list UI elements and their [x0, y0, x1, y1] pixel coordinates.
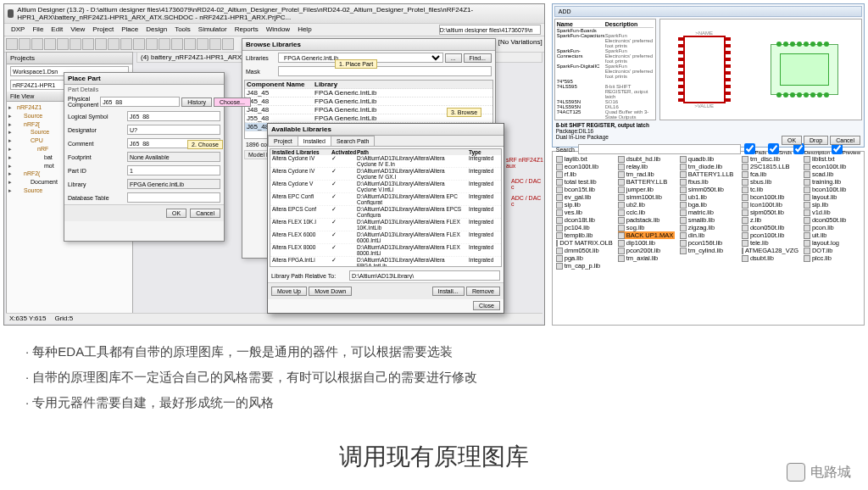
logic-input[interactable] — [127, 111, 220, 121]
tab-project[interactable]: Project — [268, 136, 298, 146]
tree-row[interactable]: SparkFun-ConnectorsSparkFun Electronics'… — [557, 48, 654, 64]
file-item[interactable]: plcc.lib — [804, 254, 860, 262]
file-item[interactable]: sipm050t.lib — [742, 209, 798, 216]
file-item[interactable]: matric.lib — [680, 209, 737, 216]
db-input[interactable] — [127, 192, 220, 203]
file-item[interactable]: ub1.lib — [680, 193, 737, 201]
smds-check[interactable] — [768, 143, 779, 154]
install-button[interactable]: Install... — [432, 287, 465, 296]
file-item[interactable]: sip.llb — [804, 201, 860, 209]
pads-check[interactable] — [744, 143, 755, 154]
lib-row[interactable]: Altera EPCS Conf✓D:\Altium\AD13\Library\… — [270, 206, 501, 219]
list-row[interactable]: J48_45FPGA Generic.IntLib — [245, 89, 492, 97]
file-item[interactable]: bga.lib — [680, 201, 737, 209]
file-item[interactable]: dcon050t.llb — [742, 224, 798, 231]
file-item[interactable]: z.lib — [742, 216, 798, 224]
file-item[interactable]: simm100t.lib — [618, 193, 675, 201]
file-item[interactable]: dmm050t.lib — [556, 247, 613, 254]
file-item[interactable]: bcon100t.lib — [804, 186, 860, 193]
toolbar-button[interactable] — [95, 38, 107, 50]
file-item[interactable]: fbus.lib — [680, 178, 737, 186]
desig-input[interactable] — [127, 125, 220, 135]
tab-installed[interactable]: Installed — [298, 136, 331, 146]
file-item[interactable]: tc.lib — [742, 186, 798, 193]
tree-row[interactable]: 74LS5958-bit SHIFT REGISTER, output latc… — [557, 84, 654, 99]
file-item[interactable]: ves.lib — [556, 209, 613, 216]
file-item[interactable]: 2SC1815.LLB — [742, 163, 798, 170]
file-item[interactable]: pcon156t.lib — [680, 239, 737, 247]
file-item[interactable]: ATMEGA128_VZG.LLB — [742, 247, 798, 254]
toolbar-button[interactable] — [82, 38, 94, 50]
toolbar-button[interactable] — [120, 38, 132, 50]
file-item[interactable]: zigzag.lib — [680, 224, 737, 231]
lib-row[interactable]: Altera FLEX 6000✓D:\Altium\AD13\Library\… — [270, 231, 501, 244]
phys-comp-input[interactable] — [100, 97, 180, 107]
file-item[interactable]: pc104.lib — [556, 224, 613, 231]
file-item[interactable]: simm050t.lib — [680, 186, 737, 193]
file-item[interactable]: dcon050t.lib — [804, 216, 860, 224]
move-down-button[interactable]: Move Down — [309, 287, 352, 296]
menu-dxp[interactable]: DXP — [8, 25, 28, 35]
file-item[interactable]: ub2.lib — [618, 201, 675, 209]
file-item[interactable]: fca.lib — [742, 170, 798, 178]
toolbar-button[interactable] — [70, 38, 81, 50]
toolbar-button[interactable] — [19, 38, 31, 50]
file-item[interactable]: tm_diode.lib — [680, 163, 737, 170]
menu-bar[interactable]: DXP File Edit View Project Place Design … — [4, 24, 544, 36]
file-item[interactable]: din.lib — [680, 231, 737, 239]
choose-button[interactable]: Choose... — [214, 97, 251, 107]
tree-row[interactable]: SparkFun-DigitalICSparkFun Electronics' … — [557, 64, 654, 79]
library-grid[interactable]: Installed LibrariesActivatedPathType Alt… — [270, 148, 502, 267]
relative-path-input[interactable] — [349, 270, 500, 281]
menu-edit[interactable]: Edit — [47, 25, 66, 35]
file-item[interactable]: DOT MATRIX.OLB — [556, 239, 613, 247]
file-item[interactable]: lcon100t.lib — [742, 201, 798, 209]
move-up-button[interactable]: Move Up — [271, 287, 307, 296]
file-item[interactable]: sip.lib — [556, 201, 613, 209]
tree-row[interactable]: SparkFun-CapacitorsSparkFun Electronics'… — [557, 33, 654, 48]
file-item[interactable]: layout.log — [804, 239, 860, 247]
menu-help[interactable]: Help — [294, 25, 314, 35]
search-input[interactable] — [578, 144, 741, 154]
menu-view[interactable]: View — [67, 25, 88, 35]
file-item[interactable]: rf.lib — [556, 170, 613, 178]
file-item[interactable]: BATTERY1.LLB — [680, 170, 737, 178]
file-item[interactable]: pcon100t.lib — [742, 231, 798, 239]
file-item[interactable]: ev_gal.lib — [556, 193, 613, 201]
file-item[interactable]: BACK UP1.MAX — [618, 231, 675, 239]
file-item[interactable]: scad.lib — [804, 170, 860, 178]
address-input[interactable] — [439, 25, 541, 35]
menu-simulator[interactable]: Simulator — [195, 25, 231, 35]
menu-window[interactable]: Window — [263, 25, 293, 35]
menu-tools[interactable]: Tools — [171, 25, 194, 35]
file-item[interactable]: tm_cap_p.lib — [556, 262, 613, 270]
file-item[interactable]: econ100t.lib — [556, 163, 613, 170]
history-button[interactable]: History — [181, 97, 212, 107]
toolbar-button[interactable] — [184, 38, 196, 50]
file-item[interactable]: cclc.lib — [618, 209, 675, 216]
tree-row[interactable]: 74*00Quad 2-input NAND gate — [557, 120, 654, 120]
file-item[interactable]: bcon15t.lib — [556, 186, 613, 193]
menu-project[interactable]: Project — [89, 25, 117, 35]
file-view-tab[interactable]: File View — [10, 93, 34, 99]
partid-input[interactable] — [127, 165, 220, 175]
file-item[interactable]: v1d.lib — [804, 209, 860, 216]
file-item[interactable]: dcon18t.lib — [556, 216, 613, 224]
file-item[interactable]: templib.lib — [556, 231, 613, 239]
toolbar-button[interactable] — [197, 38, 209, 50]
toolbar-button[interactable] — [159, 38, 170, 50]
toolbar-button[interactable] — [31, 38, 43, 50]
ok-button[interactable]: OK — [782, 136, 802, 145]
menu-file[interactable]: File — [29, 25, 47, 35]
drop-button[interactable]: Drop — [804, 136, 828, 145]
menu-design[interactable]: Design — [142, 25, 170, 35]
file-item[interactable]: econ100t.llb — [804, 163, 860, 170]
file-item[interactable]: pga.lib — [556, 254, 613, 262]
file-item[interactable]: smalib.lib — [680, 216, 737, 224]
mask-input[interactable] — [278, 66, 492, 76]
file-item[interactable]: uit.llb — [804, 231, 860, 239]
lib-row[interactable]: Altera Cyclone V✓D:\Altium\AD13\Library\… — [270, 181, 501, 193]
lib-row[interactable]: Altera EPC Confi✓D:\Altium\AD13\Library\… — [270, 193, 501, 206]
file-item[interactable]: pcon200t.lib — [618, 247, 675, 254]
file-list-panel[interactable]: laylib.txtdsubt_hd.libquadb.libtm_disc.l… — [552, 151, 865, 326]
